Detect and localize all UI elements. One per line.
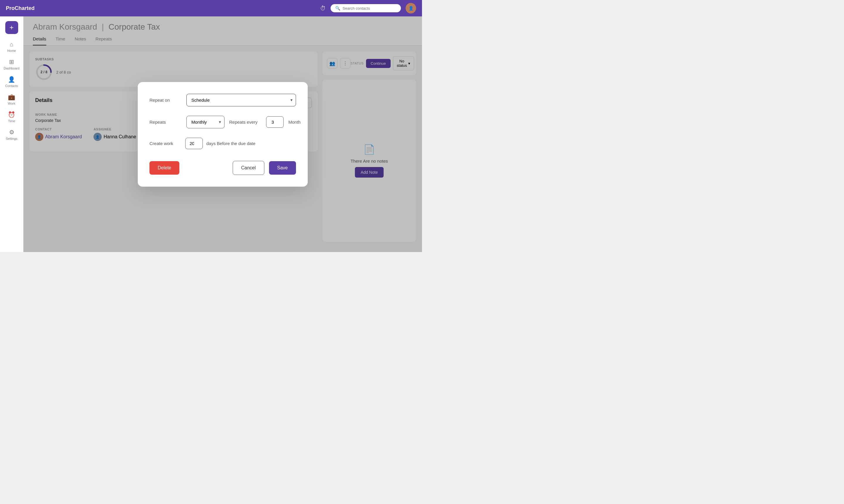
repeat-on-select[interactable]: Schedule Due Date Start Date [186,94,296,106]
delete-button[interactable]: Delete [149,161,179,175]
modal-overlay: Repeat on Schedule Due Date Start Date ▾… [23,16,422,252]
add-button[interactable]: + [5,21,18,34]
sidebar-item-label: Settings [6,137,18,140]
repeats-every-unit: Month [288,120,301,125]
create-work-row: Create work days Before the due date [149,138,296,149]
sidebar-item-settings[interactable]: ⚙ Settings [0,126,23,143]
topbar-right: ⏱ 🔍 👤 [320,3,416,14]
modal-buttons: Delete Cancel Save [149,161,296,175]
sidebar-item-label: Dashboard [4,67,20,70]
sidebar-item-label: Contacts [5,84,18,88]
repeat-modal: Repeat on Schedule Due Date Start Date ▾… [138,82,308,187]
repeats-select[interactable]: Daily Weekly Monthly Yearly [186,116,225,128]
topbar: ProCharted ⏱ 🔍 👤 [0,0,422,16]
search-icon: 🔍 [335,6,340,11]
repeats-every-input[interactable] [266,116,284,128]
repeats-every-label: Repeats every [229,120,262,125]
sidebar-item-home[interactable]: ⌂ Home [0,39,23,55]
settings-icon: ⚙ [9,129,14,136]
create-work-label: Create work [149,141,182,146]
sidebar-item-work[interactable]: 💼 Work [0,91,23,108]
sidebar-item-label: Home [7,49,16,52]
work-icon: 💼 [8,93,15,101]
create-work-input[interactable] [185,138,203,149]
sidebar-item-label: Time [8,119,15,123]
timer-icon[interactable]: ⏱ [320,5,326,12]
app-logo: ProCharted [6,5,35,12]
home-icon: ⌂ [10,41,13,48]
dashboard-icon: ⊞ [9,58,14,65]
sidebar-item-label: Work [8,102,15,105]
repeats-select-wrapper: Daily Weekly Monthly Yearly ▾ [186,116,225,128]
time-icon: ⏰ [8,111,15,118]
main-layout: + ⌂ Home ⊞ Dashboard 👤 Contacts 💼 Work ⏰… [0,16,422,252]
save-button[interactable]: Save [269,161,296,175]
cancel-button[interactable]: Cancel [233,161,264,175]
create-work-suffix: days Before the due date [206,141,255,146]
sidebar: + ⌂ Home ⊞ Dashboard 👤 Contacts 💼 Work ⏰… [0,16,23,252]
repeats-label: Repeats [149,120,182,125]
contacts-icon: 👤 [8,76,15,83]
sidebar-item-dashboard[interactable]: ⊞ Dashboard [0,56,23,72]
repeat-on-label: Repeat on [149,97,182,103]
sidebar-item-contacts[interactable]: 👤 Contacts [0,74,23,90]
sidebar-item-time[interactable]: ⏰ Time [0,109,23,125]
repeat-on-select-wrapper: Schedule Due Date Start Date ▾ [186,94,296,106]
repeats-row: Repeats Daily Weekly Monthly Yearly ▾ Re… [149,116,296,128]
repeat-on-row: Repeat on Schedule Due Date Start Date ▾ [149,94,296,106]
main-content: Abram Korsgaard | Corporate Tax Details … [23,16,422,252]
avatar[interactable]: 👤 [406,3,416,14]
plus-icon: + [10,24,14,31]
search-input[interactable] [343,6,396,11]
search-bar[interactable]: 🔍 [330,4,401,12]
